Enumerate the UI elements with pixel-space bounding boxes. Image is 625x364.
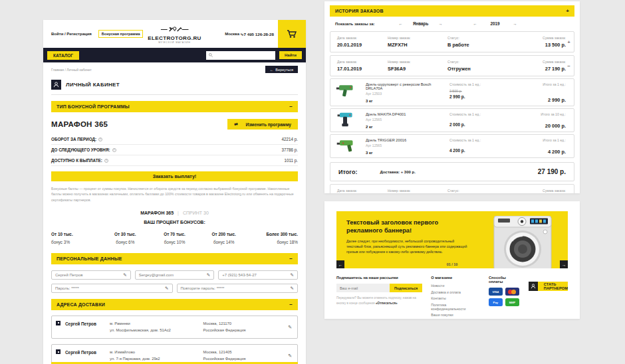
order-number: MZFX7H	[388, 42, 447, 48]
change-program-button[interactable]: ⇄ Изменить программу	[227, 119, 298, 130]
addresses-section-header[interactable]: АДРЕСА ДОСТАВКИ −	[51, 299, 298, 310]
stat-value: 42214 р.	[281, 137, 298, 141]
tab-marafon[interactable]: МАРАФОН 365	[140, 211, 174, 215]
footer-link-contacts[interactable]: Контакты	[431, 296, 480, 300]
partner-icon	[529, 282, 538, 291]
item-price: 4 200 р.	[449, 148, 511, 153]
promo-banner[interactable]: Текстовый заголовок первого рекламного б…	[336, 211, 568, 268]
find-button[interactable]: Найти	[279, 51, 302, 59]
order-row[interactable]: Дата заказа:10.01.2019 Номер заказа:MK87…	[330, 184, 574, 193]
cabinet-header: ЛИЧНЫЙ КАБИНЕТ	[51, 76, 298, 95]
edit-icon[interactable]: ✎	[288, 325, 292, 330]
visa-icon: VISA	[489, 288, 503, 296]
edit-icon[interactable]: ✎	[291, 272, 294, 278]
collapse-icon[interactable]: −	[289, 104, 293, 110]
info-icon[interactable]: ?	[98, 137, 102, 141]
program-name: МАРАФОН 365	[51, 120, 108, 128]
banner-prev-button[interactable]: ←	[336, 260, 344, 268]
subscribe-title: Подпишитесь на наши рассылки	[336, 276, 422, 280]
catalog-button[interactable]: КАТАЛОГ	[47, 51, 79, 60]
info-icon[interactable]: ?	[112, 148, 116, 152]
expand-order-icon[interactable]: +	[567, 192, 570, 194]
search-input[interactable]	[215, 53, 273, 57]
item-old-price: 3 500 р.	[449, 89, 511, 93]
phone-number[interactable]: +7 495 126-28-28	[241, 32, 274, 37]
banner-next-button[interactable]: →	[560, 260, 568, 268]
program-tabs: МАРАФОН 365 | СПРИНТ 30	[51, 211, 298, 215]
item-price: 2 000 р.	[449, 122, 511, 127]
collapse-icon[interactable]: −	[289, 256, 293, 262]
city-selector[interactable]: Москва ▾	[225, 32, 242, 36]
expand-order-icon[interactable]: +	[567, 39, 570, 45]
prev-arrow-icon: ←	[338, 262, 343, 267]
footer-link-news[interactable]: Новости	[431, 284, 480, 288]
next-year-arrow[interactable]: →	[504, 22, 527, 26]
back-button[interactable]: ← Вернуться	[265, 66, 298, 73]
request-payout-button[interactable]: Заказать выплату!	[51, 171, 298, 181]
prev-month-arrow[interactable]: ←	[390, 22, 412, 26]
month-value: Январь	[412, 21, 430, 26]
mir-icon: МИР	[505, 298, 519, 306]
address-marker-icon	[56, 349, 61, 354]
address-city: Москва, 121405Российская Федерация	[203, 349, 293, 362]
edit-icon[interactable]: ✎	[207, 272, 210, 278]
item-art: Арт 12565	[366, 143, 447, 147]
footer-link-purchases[interactable]: Ваши покупки	[431, 313, 480, 317]
email-field[interactable]: Sergey@gmail.com✎	[135, 270, 215, 280]
order-sum: 13 500 р.	[510, 42, 566, 48]
address-name: Сергей Петров	[65, 349, 105, 362]
banner-title: Текстовый заголовок первого рекламного б…	[346, 219, 473, 234]
breadcrumb[interactable]: Главная / Личный кабинет	[51, 68, 92, 72]
edit-icon[interactable]: ✎	[165, 286, 168, 291]
stat-value: 1011 р.	[284, 158, 298, 163]
search-box[interactable]	[206, 51, 275, 60]
collapse-icon[interactable]: −	[289, 302, 293, 308]
product-image-drill	[336, 112, 358, 128]
order-row[interactable]: Дата заказа:17.01.2019 Номер заказа:SF36…	[330, 55, 574, 76]
next-month-arrow[interactable]: →	[430, 22, 452, 26]
logo[interactable]: ELECTROTORG.RU МУЖСКОЙ МАГАЗИН	[148, 23, 201, 44]
bonus-section-header[interactable]: ТИП БОНУСНОЙ ПРОГРАММЫ −	[51, 101, 298, 112]
password-repeat-field[interactable]: Повторите пароль: *****✎	[177, 284, 299, 293]
address-name: Сергей Петров	[65, 321, 105, 333]
info-icon[interactable]: ?	[104, 159, 108, 163]
prev-year-arrow[interactable]: ←	[464, 22, 487, 26]
site-header: Войти / Регистрация Бонусная программа E…	[43, 20, 306, 48]
footer-link-privacy[interactable]: Политика конфиденциальности	[431, 303, 480, 311]
order-row[interactable]: Дата заказа:20.01.2019 Номер заказа:MZFX…	[330, 31, 574, 52]
item-name[interactable]: Дрель TRIGGER 20016	[366, 137, 447, 142]
become-partner-button[interactable]: СТАТЬ ПАРТНЕРОМ	[529, 282, 568, 291]
product-image-drill	[336, 82, 358, 98]
logo-text: ELECTROTORG.RU	[148, 35, 201, 41]
tab-sprint[interactable]: СПРИНТ 30	[183, 211, 209, 215]
main-page-card: Войти / Регистрация Бонусная программа E…	[43, 20, 306, 364]
addresses-section: АДРЕСА ДОСТАВКИ − Сергей Петров м. Рамен…	[51, 299, 298, 364]
personal-section-header[interactable]: ПЕРСОНАЛЬНЫЕ ДАННЫЕ −	[51, 253, 298, 264]
edit-icon[interactable]: ✎	[288, 353, 292, 359]
edit-icon[interactable]: ✎	[291, 286, 294, 291]
name-field[interactable]: Сергей Петров✎	[51, 270, 131, 280]
email-subscribe-input[interactable]	[336, 284, 390, 292]
item-name[interactable]: Дрель MAKITA DP4001	[366, 112, 447, 116]
applepay-icon: Pay	[489, 298, 503, 306]
search-icon	[209, 53, 213, 57]
subscribe-button[interactable]: Подписаться	[390, 284, 422, 292]
tier: Более 300 тыс.бонус 18%	[249, 232, 298, 244]
filter-label: Показать заказы за:	[335, 22, 375, 26]
password-field[interactable]: Пароль: *****✎	[51, 284, 173, 293]
history-section-header[interactable]: ИСТОРИЯ ЗАКАЗОВ +	[330, 5, 574, 17]
item-name[interactable]: Дрель-шуруповерт с реверсом Bosch DRLA70…	[366, 82, 447, 90]
address-city: Москва, 121170Российская Федерация	[203, 321, 293, 333]
logo-subtitle: МУЖСКОЙ МАГАЗИН	[148, 41, 201, 44]
item-weight: 3 кг	[366, 151, 447, 155]
edit-icon[interactable]: ✎	[123, 272, 126, 278]
cart-button[interactable]	[278, 20, 306, 48]
bonus-program-link[interactable]: Бонусная программа	[98, 30, 144, 38]
tools-icon	[160, 27, 188, 33]
expand-icon[interactable]: +	[566, 8, 569, 14]
phone-field[interactable]: +7 (921) 543-54-27✎	[218, 270, 298, 280]
login-link[interactable]: Войти / Регистрация	[51, 32, 92, 36]
item-total: 20 000 р.	[513, 123, 566, 129]
collapse-order-icon[interactable]: −	[567, 63, 570, 69]
footer-link-delivery[interactable]: Доставка и оплата	[431, 290, 480, 294]
